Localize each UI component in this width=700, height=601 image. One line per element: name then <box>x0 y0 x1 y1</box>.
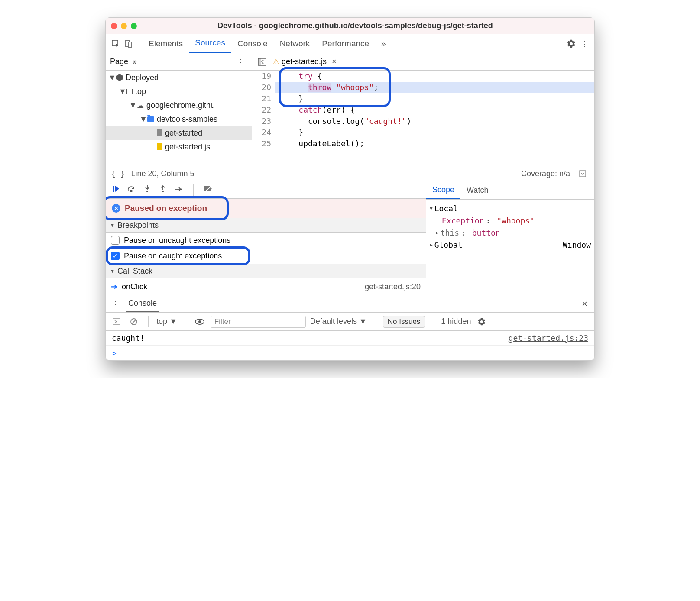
code-editor[interactable]: 19 20 21 22 23 24 25 try { throw "whoops… <box>252 71 594 166</box>
tab-network[interactable]: Network <box>274 34 316 53</box>
inspect-element-icon[interactable] <box>109 37 122 50</box>
prompt-chevron-icon: > <box>112 349 117 358</box>
warning-icon: ⚠ <box>273 58 279 66</box>
tab-sources[interactable]: Sources <box>189 34 231 53</box>
navigator-and-tabs-row: Page » ⋮ ⚠ get-started.js × <box>106 53 594 71</box>
folder-icon <box>147 116 154 122</box>
console-prompt[interactable]: > <box>106 346 594 360</box>
callstack-header[interactable]: ▼ Call Stack <box>106 264 426 278</box>
tab-elements[interactable]: Elements <box>143 34 189 53</box>
navigator-header: Page » ⋮ <box>106 53 252 70</box>
svg-rect-4 <box>258 58 261 65</box>
clear-console-icon[interactable] <box>127 315 140 328</box>
divider <box>139 38 139 49</box>
titlebar: DevTools - googlechrome.github.io/devtoo… <box>106 18 594 34</box>
frame-location: get-started.js:20 <box>365 282 421 291</box>
pause-caught-row[interactable]: ✓ Pause on caught exceptions <box>106 248 426 264</box>
line-gutter: 19 20 21 22 23 24 25 <box>252 71 275 149</box>
checkbox-checked[interactable]: ✓ <box>111 252 120 260</box>
tabs-overflow[interactable]: » <box>375 34 392 53</box>
scope-this[interactable]: ▶this: button <box>426 226 594 239</box>
main-tabs: Elements Sources Console Network Perform… <box>106 34 594 53</box>
hidden-count: 1 hidden <box>441 317 471 326</box>
scope-exception[interactable]: Exception: "whoops" <box>426 214 594 226</box>
scope-global[interactable]: ▶GlobalWindow <box>426 239 594 251</box>
scope-local[interactable]: ▼Local <box>426 202 594 214</box>
tab-console[interactable]: Console <box>231 34 274 53</box>
svg-point-9 <box>162 191 164 192</box>
svg-point-10 <box>181 188 182 190</box>
tree-file-js[interactable]: get-started.js <box>106 140 252 154</box>
tab-watch[interactable]: Watch <box>460 181 494 199</box>
navigator-overflow[interactable]: » <box>133 57 137 66</box>
tab-performance[interactable]: Performance <box>316 34 375 53</box>
tab-scope[interactable]: Scope <box>426 181 460 199</box>
window-title: DevTools - googlechrome.github.io/devtoo… <box>121 21 589 30</box>
tree-host[interactable]: ▼☁ googlechrome.githu <box>106 98 252 112</box>
tree-folder[interactable]: ▼ devtools-samples <box>106 112 252 126</box>
console-sidebar-icon[interactable] <box>110 315 123 328</box>
drawer-kebab-icon[interactable]: ⋮ <box>109 297 122 310</box>
toggle-navigator-icon[interactable] <box>256 55 269 68</box>
pretty-print-icon[interactable]: { } <box>111 169 125 178</box>
navigator-kebab-icon[interactable]: ⋮ <box>234 55 247 68</box>
tree-label: get-started.js <box>165 142 210 152</box>
tree-file-html[interactable]: get-started <box>106 126 252 140</box>
tree-top[interactable]: ▼ top <box>106 84 252 98</box>
log-message: caught! <box>112 333 145 343</box>
editor-footer: { } Line 20, Column 5 Coverage: n/a <box>106 166 594 181</box>
cursor-position: Line 20, Column 5 <box>131 169 194 178</box>
close-tab-icon[interactable]: × <box>332 57 337 66</box>
disclosure-triangle-icon: ▼ <box>110 223 115 228</box>
console-filter-input[interactable] <box>211 316 306 328</box>
tree-deployed[interactable]: ▼ Deployed <box>106 71 252 84</box>
context-selector[interactable]: top ▼ <box>156 317 177 326</box>
step-into-icon[interactable] <box>143 185 152 195</box>
device-toolbar-icon[interactable] <box>122 37 135 50</box>
breakpoints-header[interactable]: ▼ Breakpoints <box>106 218 426 233</box>
debugger-toolbar <box>106 181 426 199</box>
log-source-link[interactable]: get-started.js:23 <box>509 333 588 343</box>
svg-rect-5 <box>580 171 586 177</box>
log-levels-selector[interactable]: Default levels ▼ <box>310 317 367 326</box>
disclosure-triangle-icon: ▼ <box>110 268 115 274</box>
gear-icon[interactable] <box>565 37 578 50</box>
devtools-window: DevTools - googlechrome.github.io/devtoo… <box>105 17 595 361</box>
exception-badge-icon: ✕ <box>112 204 120 213</box>
close-drawer-icon[interactable]: × <box>578 298 591 310</box>
cloud-icon: ☁ <box>137 101 144 110</box>
scope-tabs: Scope Watch <box>426 181 594 200</box>
close-window-button[interactable] <box>111 23 117 29</box>
file-tab-label: get-started.js <box>282 57 327 66</box>
coverage-label: Coverage: n/a <box>521 169 570 178</box>
issues-button[interactable]: No Issues <box>383 316 425 328</box>
pause-uncaught-row[interactable]: Pause on uncaught exceptions <box>106 233 426 248</box>
console-settings-gear-icon[interactable] <box>475 315 488 328</box>
navigator-tree: ▼ Deployed ▼ top ▼☁ googlechrome.githu ▼… <box>106 71 252 166</box>
navigator-page-tab[interactable]: Page <box>110 57 128 66</box>
svg-line-14 <box>132 320 136 324</box>
paused-message: ✕ Paused on exception <box>106 199 426 218</box>
svg-point-8 <box>146 191 148 192</box>
document-icon <box>157 129 162 136</box>
step-icon[interactable] <box>174 185 183 194</box>
callstack-frame[interactable]: ➔ onClick get-started.js:20 <box>106 278 426 295</box>
file-tab-getstarted[interactable]: ⚠ get-started.js × <box>273 57 337 66</box>
divider <box>433 316 433 327</box>
svg-rect-2 <box>128 42 132 47</box>
tree-label: get-started <box>165 129 202 138</box>
kebab-menu-icon[interactable]: ⋮ <box>578 37 591 50</box>
step-out-icon[interactable] <box>159 185 167 195</box>
js-file-icon <box>157 143 162 150</box>
coverage-dropdown-icon[interactable] <box>576 167 589 180</box>
checkbox-unchecked[interactable] <box>111 236 120 245</box>
editor-tab-strip: ⚠ get-started.js × <box>252 53 594 70</box>
tree-label: top <box>135 87 146 96</box>
step-over-icon[interactable] <box>127 185 136 194</box>
live-expression-icon[interactable] <box>193 315 206 328</box>
console-log-line[interactable]: caught! get-started.js:23 <box>106 331 594 346</box>
drawer-tab-console[interactable]: Console <box>126 295 159 312</box>
frame-icon <box>126 89 133 94</box>
deactivate-breakpoints-icon[interactable] <box>204 185 213 194</box>
resume-icon[interactable] <box>112 185 120 195</box>
